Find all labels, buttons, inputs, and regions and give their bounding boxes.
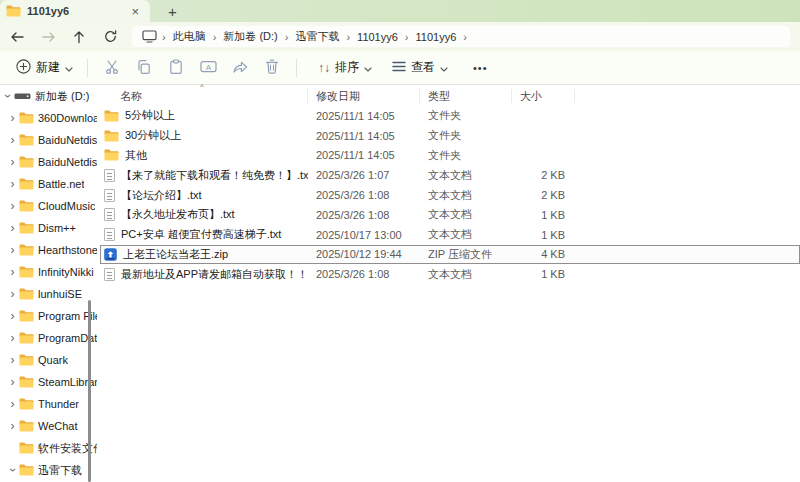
sidebar-item--d-[interactable]: ›新加卷 (D:) [0, 85, 97, 107]
file-row[interactable]: 最新地址及APP请发邮箱自动获取！！！.txt2025/3/26 1:08文本文… [100, 264, 800, 284]
sidebar-item-360downloa[interactable]: ›360Downloa [0, 107, 97, 129]
column-header-3[interactable]: 类型 [420, 89, 512, 103]
new-tab-button[interactable]: + [164, 4, 181, 22]
chevron-collapsed-icon[interactable]: › [7, 199, 18, 213]
up-button[interactable] [65, 26, 93, 48]
sidebar-item-lunhuise[interactable]: ›lunhuiSE [0, 283, 97, 305]
file-row[interactable]: 【论坛介绍】.txt2025/3/26 1:08文本文档2 KB [100, 185, 800, 205]
sidebar-scrollbar[interactable] [88, 300, 91, 482]
sidebar-item-hearthstone[interactable]: ›Hearthstone [0, 239, 97, 261]
file-row-selected[interactable]: 上老王论坛当老王.zip2025/10/12 19:44ZIP 压缩文件4 KB [100, 245, 800, 265]
svg-text:A: A [205, 63, 211, 72]
plus-circle-icon [16, 59, 31, 76]
navigation-bar: ›此电脑›新加卷 (D:)›迅雷下载›1101yy6›1101yy6› [0, 22, 800, 51]
sidebar-item-steamlibrar[interactable]: ›SteamLibrar [0, 371, 97, 393]
file-row[interactable]: 其他2025/11/1 14:05文件夹 [100, 146, 800, 166]
folder-icon [19, 442, 34, 454]
new-button[interactable]: 新建 [10, 55, 79, 80]
tab-active[interactable]: 1101yy6 × [0, 0, 150, 22]
chevron-collapsed-icon[interactable]: › [7, 287, 18, 301]
file-type: 文本文档 [420, 227, 512, 242]
sidebar-item-program-file[interactable]: ›Program File [0, 305, 97, 327]
back-button[interactable] [3, 26, 31, 48]
breadcrumb-item[interactable]: 此电脑 [169, 29, 210, 44]
chevron-collapsed-icon[interactable]: › [7, 177, 18, 191]
chevron-collapsed-icon[interactable]: › [7, 397, 18, 411]
file-row[interactable]: 【永久地址发布页】.txt2025/3/26 1:08文本文档1 KB [100, 205, 800, 225]
chevron-collapsed-icon[interactable]: › [7, 419, 18, 433]
file-name: 最新地址及APP请发邮箱自动获取！！！.txt [121, 267, 308, 282]
share-button[interactable] [225, 55, 255, 81]
list-header: ^ 名称修改日期类型大小 [100, 85, 800, 106]
sidebar-item-cloudmusic[interactable]: ›CloudMusic [0, 195, 97, 217]
file-name: 5分钟以上 [125, 108, 175, 123]
sidebar-item--[interactable]: ›迅雷下载 [0, 459, 97, 481]
cut-icon [104, 59, 120, 77]
toolbar-divider [296, 59, 297, 77]
paste-button[interactable] [161, 55, 191, 81]
column-header-4[interactable]: 大小 [512, 89, 575, 103]
copy-button[interactable] [129, 55, 159, 81]
chevron-expanded-icon[interactable]: › [6, 465, 20, 476]
folder-icon [19, 266, 34, 278]
address-bar[interactable]: ›此电脑›新加卷 (D:)›迅雷下载›1101yy6›1101yy6› [132, 26, 790, 47]
sidebar-item-programdat[interactable]: ›ProgramDat [0, 327, 97, 349]
chevron-collapsed-icon[interactable]: › [7, 309, 18, 323]
file-date: 2025/11/1 14:05 [308, 110, 420, 122]
file-row[interactable]: 5分钟以上2025/11/1 14:05文件夹 [100, 106, 800, 126]
breadcrumb-item[interactable]: 迅雷下载 [291, 29, 343, 44]
chevron-collapsed-icon[interactable]: › [7, 133, 18, 147]
breadcrumb-item[interactable]: 新加卷 (D:) [219, 29, 281, 44]
chevron-expanded-icon[interactable]: › [1, 91, 15, 102]
toolbar: 新建 A ↑↓ 排序 查看 ••• [0, 51, 800, 85]
chevron-collapsed-icon[interactable]: › [7, 111, 18, 125]
folder-icon [19, 244, 34, 256]
chevron-collapsed-icon[interactable]: › [7, 265, 18, 279]
sidebar-item-label: Dism++ [38, 222, 76, 234]
sort-button[interactable]: ↑↓ 排序 [311, 55, 379, 80]
file-row[interactable]: 30分钟以上2025/11/1 14:05文件夹 [100, 126, 800, 146]
file-name: PC+安卓 超便宜付费高速梯子.txt [121, 227, 281, 242]
file-row[interactable]: 【来了就能下载和观看！纯免费！】.txt2025/3/26 1:07文本文档2 … [100, 165, 800, 185]
breadcrumb-separator: › [210, 31, 220, 43]
sidebar-item-baidunetdis[interactable]: ›BaiduNetdis [0, 129, 97, 151]
file-date: 2025/3/26 1:08 [308, 209, 420, 221]
sidebar-item-baidunetdis[interactable]: ›BaiduNetdis [0, 151, 97, 173]
delete-button[interactable] [257, 55, 287, 81]
sidebar-item-infinitynikki[interactable]: ›InfinityNikki [0, 261, 97, 283]
file-row[interactable]: PC+安卓 超便宜付费高速梯子.txt2025/10/17 13:00文本文档1… [100, 225, 800, 245]
breadcrumb-item[interactable]: 1101yy6 [412, 31, 461, 43]
breadcrumb-item[interactable]: 1101yy6 [353, 31, 402, 43]
chevron-collapsed-icon[interactable]: › [7, 243, 18, 257]
sidebar-item-quark[interactable]: ›Quark [0, 349, 97, 371]
sidebar-item-thunder[interactable]: ›Thunder [0, 393, 97, 415]
folder-icon [19, 310, 34, 322]
delete-icon [265, 59, 279, 76]
file-name: 【论坛介绍】.txt [121, 188, 202, 203]
drive-icon [14, 93, 31, 100]
forward-button[interactable] [34, 26, 62, 48]
sidebar-item-battle-net[interactable]: ›Battle.net [0, 173, 97, 195]
chevron-collapsed-icon[interactable]: › [7, 331, 18, 345]
sidebar-item-dism-[interactable]: ›Dism++ [0, 217, 97, 239]
folder-icon [19, 464, 34, 476]
chevron-collapsed-icon[interactable]: › [7, 155, 18, 169]
sidebar-item-label: Quark [38, 354, 68, 366]
column-header-1[interactable]: 名称 [100, 89, 308, 103]
close-icon[interactable]: × [128, 5, 142, 18]
sort-ascending-icon: ^ [200, 82, 204, 91]
sidebar-item--[interactable]: 软件安装文件 [0, 437, 97, 459]
sidebar-item-label: BaiduNetdis [38, 134, 97, 146]
refresh-button[interactable] [96, 26, 124, 48]
sidebar-item-label: Thunder [38, 398, 79, 410]
chevron-collapsed-icon[interactable]: › [7, 375, 18, 389]
column-header-2[interactable]: 修改日期 [308, 89, 420, 103]
more-options-button[interactable]: ••• [467, 58, 494, 78]
cut-button[interactable] [97, 55, 127, 81]
zip-icon [104, 248, 117, 261]
chevron-collapsed-icon[interactable]: › [7, 221, 18, 235]
sidebar-item-wechat[interactable]: ›WeChat [0, 415, 97, 437]
view-button[interactable]: 查看 [385, 55, 455, 80]
rename-button[interactable]: A [193, 55, 223, 81]
chevron-collapsed-icon[interactable]: › [7, 353, 18, 367]
